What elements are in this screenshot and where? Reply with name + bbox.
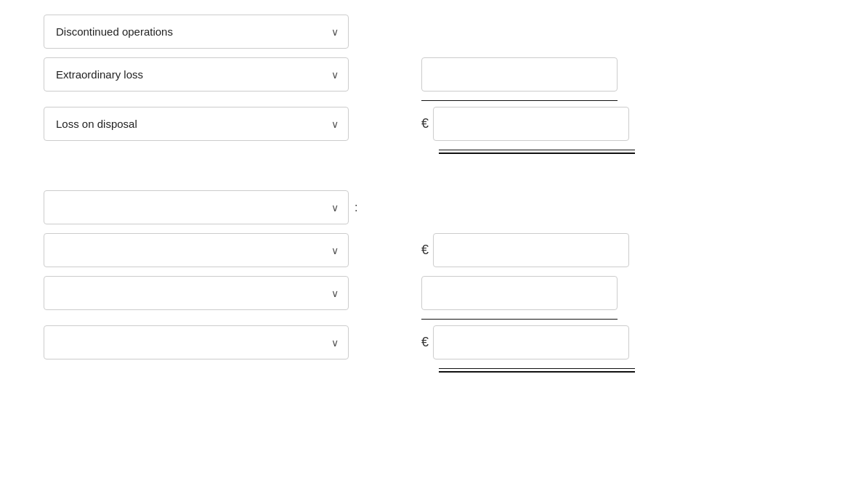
euro-symbol-empty-2: € xyxy=(421,243,429,258)
select-wrapper-empty-4: ∨ xyxy=(44,325,349,359)
euro-symbol-loss-disposal: € xyxy=(421,116,429,131)
page-container: Discontinued operations ∨ Extraordinary … xyxy=(0,0,850,504)
input-group-empty-2: € xyxy=(421,233,806,267)
select-empty-2[interactable] xyxy=(44,233,349,267)
select-wrapper-empty-2: ∨ xyxy=(44,233,349,267)
select-empty-1[interactable] xyxy=(44,190,349,224)
select-loss-on-disposal[interactable]: Loss on disposal xyxy=(44,107,349,141)
section-gap xyxy=(44,154,806,190)
select-wrapper-discontinued: Discontinued operations ∨ xyxy=(44,15,349,49)
input-group-loss-disposal: € xyxy=(421,107,806,141)
row-extraordinary-loss: Extraordinary loss ∨ xyxy=(44,57,806,92)
euro-symbol-empty-4: € xyxy=(421,335,429,350)
select-empty-3[interactable] xyxy=(44,276,349,310)
input-empty-4[interactable] xyxy=(433,325,629,359)
form-section: Discontinued operations ∨ Extraordinary … xyxy=(0,7,850,380)
input-empty-2[interactable] xyxy=(433,233,629,267)
input-group-empty-4: € xyxy=(421,325,806,359)
row-empty-1: ∨ : xyxy=(44,190,806,224)
row-empty-3: ∨ xyxy=(44,276,806,310)
row-empty-4: ∨ € xyxy=(44,325,806,359)
select-wrapper-loss-disposal: Loss on disposal ∨ xyxy=(44,107,349,141)
select-discontinued-operations[interactable]: Discontinued operations xyxy=(44,15,349,49)
row-empty-2: ∨ € xyxy=(44,233,806,267)
divider-single-extraordinary xyxy=(44,100,806,101)
input-empty-3[interactable] xyxy=(421,276,618,310)
colon-separator: : xyxy=(355,201,357,214)
input-extraordinary-loss[interactable] xyxy=(421,57,618,92)
input-loss-on-disposal[interactable] xyxy=(433,107,629,141)
select-wrapper-empty-3: ∨ xyxy=(44,276,349,310)
divider-single-empty-3 xyxy=(44,319,806,320)
row-loss-on-disposal: Loss on disposal ∨ € xyxy=(44,107,806,141)
select-extraordinary-loss[interactable]: Extraordinary loss xyxy=(44,57,349,92)
row-discontinued-operations: Discontinued operations ∨ xyxy=(44,15,806,49)
select-wrapper-empty-1: ∨ xyxy=(44,190,349,224)
divider-double-empty-4 xyxy=(44,368,806,373)
select-empty-4[interactable] xyxy=(44,325,349,359)
select-wrapper-extraordinary: Extraordinary loss ∨ xyxy=(44,57,349,92)
